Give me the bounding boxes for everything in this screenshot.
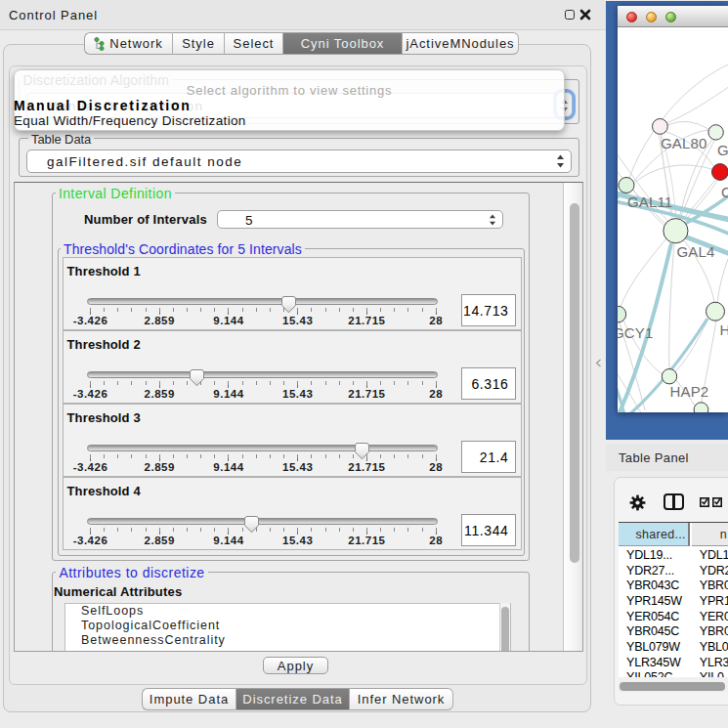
svg-text:GAL80: GAL80	[661, 135, 707, 151]
svg-text:GAL: GAL	[717, 142, 728, 158]
svg-text:HAP2: HAP2	[670, 383, 709, 400]
svg-text:GAL11: GAL11	[627, 193, 672, 210]
svg-text:H: H	[720, 321, 728, 338]
svg-text:GAL4: GAL4	[677, 243, 715, 260]
svg-text:CR: CR	[721, 184, 728, 200]
svg-text:GCY1: GCY1	[618, 324, 653, 341]
